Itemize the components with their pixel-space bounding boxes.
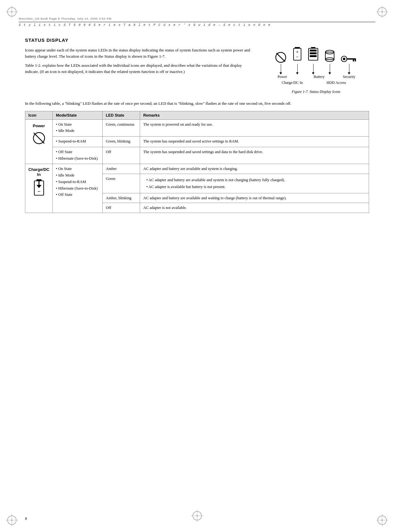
power-table-icon — [32, 131, 46, 145]
status-icons-figure: + − — [263, 47, 369, 94]
power-remarks-2: The system has suspended and saved activ… — [140, 137, 369, 147]
power-icon-cell: Power — [25, 119, 53, 164]
power-label: Power — [272, 75, 293, 79]
charge-icon-cell: Charge/DCIn + − — [25, 164, 53, 213]
power-mode-2: Suspend-to-RAM — [53, 137, 103, 147]
svg-text:+: + — [296, 50, 299, 54]
power-mode-1: On State Idle Mode — [53, 119, 103, 137]
corner-mark-tl — [6, 6, 18, 18]
power-section-label: Power — [28, 123, 49, 129]
power-mode-3: Off State Hibernate (Save-to-Disk) — [53, 147, 103, 164]
charge-led-3: Amber, blinking — [103, 193, 140, 203]
security-icon-group — [341, 55, 357, 63]
charge-remarks-3: AC adapter and battery are available and… — [140, 193, 369, 203]
col-header-icon: Icon — [25, 111, 53, 119]
page-container: Niecchen_UG.book Page 8 Thursday, July 1… — [0, 0, 394, 532]
section-title: STATUS DISPLAY — [25, 37, 369, 43]
charge-table-icon: + − — [33, 179, 45, 198]
page-number: 8 — [25, 516, 27, 521]
bottom-center-mark — [191, 510, 203, 523]
battery-label: Battery — [307, 75, 332, 79]
charge-icon-group: + − — [292, 47, 302, 63]
power-remarks-3: The system has suspended and saved setti… — [140, 147, 369, 164]
corner-mark-bl — [6, 514, 18, 526]
svg-rect-25 — [310, 52, 317, 54]
table-row: Power On State Idle Mode Green, continuo… — [25, 119, 369, 137]
status-table: Icon Mode/State LED State Remarks Power — [25, 111, 369, 213]
svg-rect-26 — [310, 55, 317, 57]
battery-icon-group — [308, 47, 319, 63]
corner-mark-br — [376, 514, 388, 526]
intro-text: Icons appear under each of the system st… — [25, 47, 254, 94]
svg-text:−: − — [37, 188, 40, 195]
main-content: STATUS DISPLAY Icons appear under each o… — [25, 37, 369, 219]
charge-modes: On State Idle Mode Suspend-to-RAM Hibern… — [53, 164, 103, 213]
svg-rect-24 — [310, 50, 317, 51]
charge-section-label: Charge/DCIn — [28, 167, 49, 177]
svg-rect-32 — [347, 58, 356, 60]
hdd-icon — [324, 49, 335, 63]
top-bar: Niecchen_UG.book Page 8 Thursday, July 1… — [19, 17, 375, 27]
corner-mark-tr — [376, 6, 388, 18]
table-row: Suspend-to-RAM Green, blinking The syste… — [25, 137, 369, 147]
charge-led-1: Amber — [103, 164, 140, 174]
power-icon — [275, 51, 287, 63]
col-header-mode: Mode/State — [53, 111, 103, 119]
charge-remarks-2: AC adapter and battery are available and… — [140, 174, 369, 193]
intro-paragraph-2: Table 1-2. explains how the LEDs associa… — [25, 62, 254, 75]
table-row: Off State Hibernate (Save-to-Disk) Off T… — [25, 147, 369, 164]
charge-remarks-4: AC adapter is not available. — [140, 203, 369, 213]
col-header-led: LED State — [103, 111, 140, 119]
security-key-icon — [341, 55, 357, 63]
power-icon-group — [275, 51, 287, 63]
charge-dc-icon: + − — [292, 47, 302, 63]
svg-text:−: − — [296, 55, 299, 59]
intro-area: Icons appear under each of the system st… — [25, 47, 369, 94]
col-header-remarks: Remarks — [140, 111, 369, 119]
security-label: Security — [338, 75, 360, 79]
charge-remarks-1: AC adapter and battery are available and… — [140, 164, 369, 174]
power-led-3: Off — [103, 147, 140, 164]
intro-paragraph-1: Icons appear under each of the system st… — [25, 47, 254, 59]
power-remarks-1: The system is powered on and ready for u… — [140, 119, 369, 137]
power-led-1: Green, continuous — [103, 119, 140, 137]
svg-point-31 — [343, 58, 345, 60]
charge-label: Charge/DC In — [282, 80, 297, 85]
charge-led-4: Off — [103, 203, 140, 213]
svg-line-17 — [276, 53, 285, 62]
figure-caption: Figure 1-7. Status Display Icons — [292, 89, 340, 94]
icons-diagram: + − — [263, 47, 369, 85]
file-info: Niecchen_UG.book Page 8 Thursday, July 1… — [19, 17, 375, 20]
svg-rect-33 — [353, 60, 354, 61]
blinking-note: In the following table, a "blinking" LED… — [25, 100, 369, 107]
svg-rect-34 — [355, 60, 356, 61]
table-row: Charge/DCIn + − — [25, 164, 369, 174]
header-title: S t y l i s t i c S T 5 0 0 0 S e r i e … — [19, 22, 375, 27]
hdd-label: HDD Access — [322, 80, 350, 85]
charge-led-2: Green — [103, 174, 140, 193]
power-led-2: Green, blinking — [103, 137, 140, 147]
battery-icon — [308, 47, 319, 63]
hdd-icon-group — [324, 49, 335, 63]
